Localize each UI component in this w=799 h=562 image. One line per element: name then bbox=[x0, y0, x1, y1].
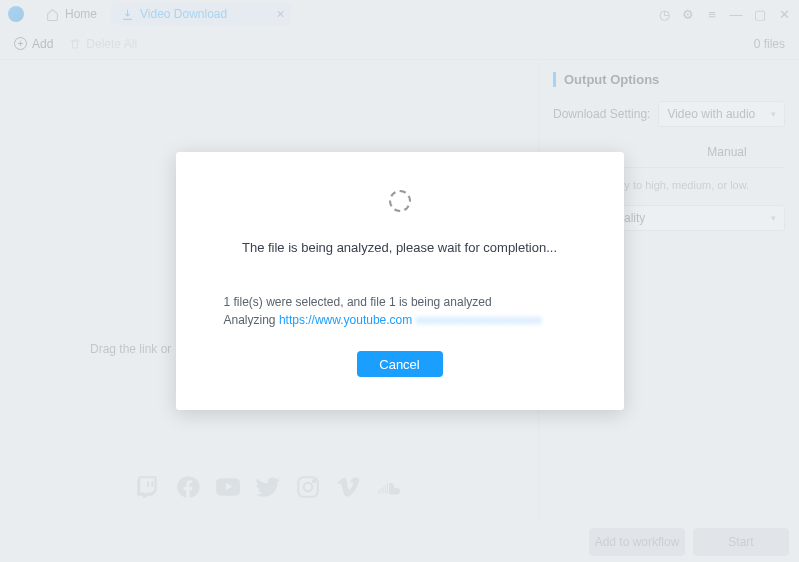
analyzing-modal: The file is being analyzed, please wait … bbox=[176, 152, 624, 410]
modal-analyzing-line: Analyzing https://www.youtube.com xxxxxx… bbox=[224, 313, 542, 327]
modal-message: The file is being analyzed, please wait … bbox=[242, 240, 557, 255]
analyzing-link: https://www.youtube.com bbox=[279, 313, 412, 327]
spinner-icon bbox=[389, 190, 411, 212]
analyzing-prefix: Analyzing bbox=[224, 313, 279, 327]
modal-overlay: The file is being analyzed, please wait … bbox=[0, 0, 799, 562]
modal-progress-text: 1 file(s) were selected, and file 1 is b… bbox=[224, 295, 492, 309]
cancel-button[interactable]: Cancel bbox=[357, 351, 443, 377]
analyzing-blurred: xxxxxxxxxxxxxxxxxxxxx bbox=[416, 313, 542, 327]
